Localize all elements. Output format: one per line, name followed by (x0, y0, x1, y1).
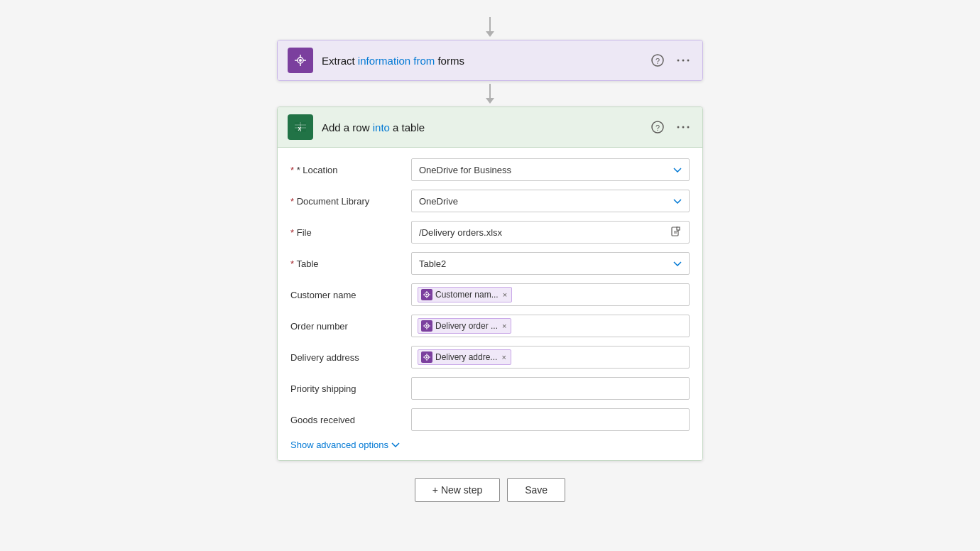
delivery-address-field[interactable]: Delivery addre... × (411, 346, 690, 369)
document-library-dropdown[interactable]: OneDrive (411, 190, 690, 212)
advanced-options-row: Show advanced options (290, 439, 690, 450)
delivery-address-tag-close[interactable]: × (501, 353, 506, 361)
add-row-card-body: * * Location OneDrive for Business * Doc… (278, 148, 702, 460)
svg-point-10 (687, 60, 690, 62)
svg-text:?: ? (655, 57, 660, 65)
extract-more-button[interactable] (674, 56, 692, 65)
extract-card-icon (288, 48, 313, 73)
svg-point-19 (682, 126, 685, 129)
location-row: * * Location OneDrive for Business (290, 158, 690, 182)
location-control: OneDrive for Business (411, 158, 690, 181)
document-library-label: * Document Library (290, 196, 411, 207)
extract-card-header: Extract information from forms ? (278, 40, 702, 80)
file-field[interactable]: /Delivery orders.xlsx (411, 221, 690, 244)
location-label: * * Location (290, 165, 411, 175)
new-step-button[interactable]: + New step (415, 478, 500, 502)
table-label: * Table (290, 258, 411, 269)
delivery-address-tag-icon (421, 351, 432, 363)
customer-name-label: Customer name (290, 290, 411, 300)
priority-shipping-row: Priority shipping (290, 376, 690, 400)
extract-card: Extract information from forms ? (277, 40, 703, 81)
extract-card-actions: ? (648, 51, 692, 70)
location-dropdown[interactable]: OneDrive for Business (411, 158, 690, 181)
add-row-card-title: Add a row into a table (322, 121, 640, 133)
order-number-label: Order number (290, 321, 411, 332)
svg-point-38 (426, 356, 428, 358)
customer-name-tag-close[interactable]: × (503, 290, 507, 299)
goods-received-label: Goods received (290, 415, 411, 425)
add-row-card-actions: ? (648, 118, 692, 136)
svg-point-9 (682, 60, 685, 62)
order-number-field[interactable]: Delivery order ... × (411, 315, 690, 337)
svg-point-20 (687, 126, 690, 129)
table-control: Table2 (411, 252, 690, 275)
delivery-address-label: Delivery address (290, 352, 411, 363)
file-control: /Delivery orders.xlsx (411, 221, 690, 244)
priority-shipping-field[interactable] (411, 377, 690, 400)
table-dropdown[interactable]: Table2 (411, 252, 690, 275)
save-button[interactable]: Save (507, 478, 565, 502)
customer-name-row: Customer name (290, 283, 690, 307)
svg-text:?: ? (655, 124, 660, 132)
order-number-control: Delivery order ... × (411, 315, 690, 337)
customer-name-field[interactable]: Customer nam... × (411, 283, 690, 306)
svg-point-32 (426, 325, 428, 327)
top-arrow-connector (486, 17, 494, 37)
customer-name-control: Customer nam... × (411, 283, 690, 306)
order-number-tag-icon (421, 320, 432, 332)
delivery-address-tag: Delivery addre... × (418, 349, 511, 365)
customer-name-tag-icon (421, 289, 432, 300)
goods-received-field[interactable] (411, 408, 690, 431)
document-library-control: OneDrive (411, 190, 690, 212)
svg-point-8 (677, 60, 680, 62)
svg-point-5 (299, 59, 302, 62)
file-label: * File (290, 227, 411, 238)
order-number-tag-close[interactable]: × (502, 322, 506, 330)
extract-help-button[interactable]: ? (648, 51, 667, 70)
extract-card-title: Extract information from forms (322, 55, 640, 67)
show-advanced-options-button[interactable]: Show advanced options (290, 440, 400, 450)
svg-point-18 (677, 126, 680, 129)
table-row: * Table Table2 (290, 251, 690, 276)
goods-received-row: Goods received (290, 408, 690, 432)
delivery-address-control: Delivery addre... × (411, 346, 690, 369)
excel-card-icon: X (288, 114, 313, 140)
delivery-address-row: Delivery address (290, 345, 690, 369)
middle-arrow-connector (486, 84, 494, 104)
priority-shipping-label: Priority shipping (290, 383, 411, 394)
add-row-help-button[interactable]: ? (648, 118, 667, 136)
goods-received-control (411, 408, 690, 431)
order-number-tag: Delivery order ... × (418, 318, 511, 334)
priority-shipping-control (411, 377, 690, 400)
file-row: * File /Delivery orders.xlsx (290, 220, 690, 244)
add-row-card: X Add a row into a table ? (277, 107, 703, 461)
bottom-actions: + New step Save (415, 478, 565, 502)
svg-point-26 (426, 294, 428, 295)
order-number-row: Order number (290, 314, 690, 338)
add-row-more-button[interactable] (674, 123, 692, 131)
add-row-card-header: X Add a row into a table ? (278, 107, 702, 148)
customer-name-tag: Customer nam... × (418, 287, 512, 302)
svg-text:X: X (298, 126, 302, 131)
document-library-row: * Document Library OneDrive (290, 189, 690, 213)
svg-rect-22 (677, 227, 680, 230)
